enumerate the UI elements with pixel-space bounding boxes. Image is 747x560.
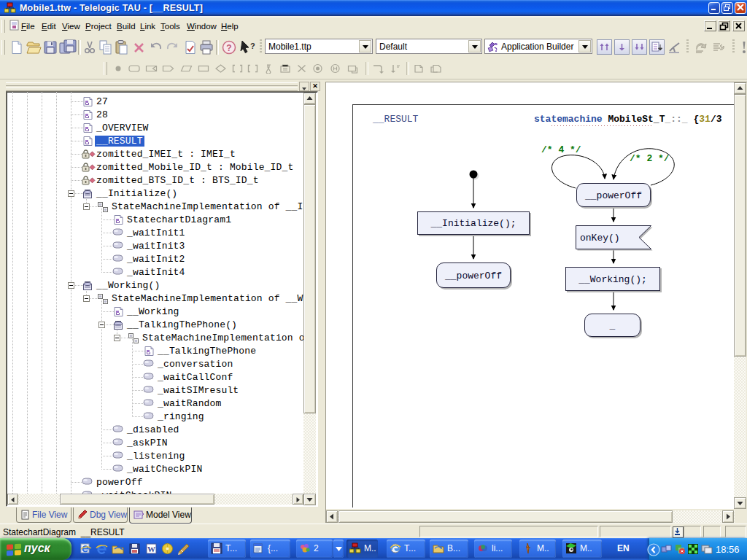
svg-text:onKey(): onKey() (580, 233, 620, 244)
svg-text:W: W (147, 545, 155, 553)
svg-text:?: ? (226, 43, 231, 53)
svg-text:?: ? (250, 42, 255, 50)
